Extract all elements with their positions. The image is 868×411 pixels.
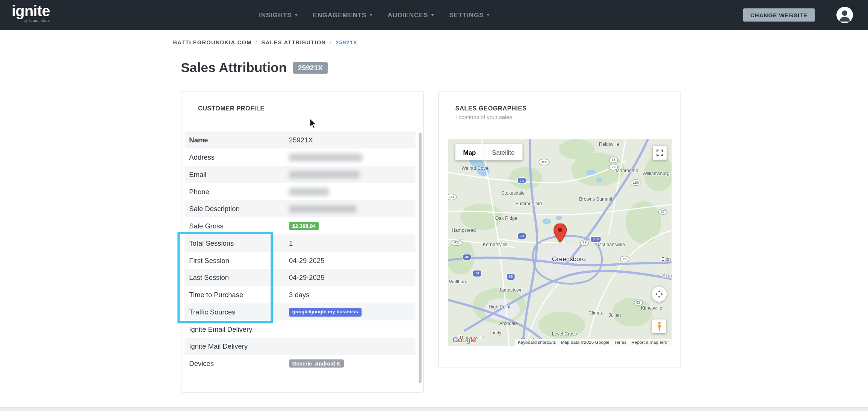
nav-item-engagements[interactable]: ENGAGEMENTS bbox=[313, 12, 373, 18]
highway-shield-29: 29 bbox=[609, 164, 618, 170]
fullscreen-button[interactable] bbox=[653, 146, 667, 160]
scrollbar[interactable] bbox=[419, 133, 421, 383]
window-bottom-edge bbox=[0, 407, 868, 411]
map-label-jamestown: Jamestown bbox=[499, 287, 522, 293]
app-window: ignite by launchlabs INSIGHTSENGAGEMENTS… bbox=[0, 0, 868, 411]
map-label-oak-ridge: Oak Ridge bbox=[495, 215, 517, 221]
sale-location-marker[interactable] bbox=[553, 224, 567, 245]
profile-label: Email bbox=[185, 171, 289, 178]
redacted-value bbox=[289, 188, 329, 196]
google-logo-letter: e bbox=[472, 335, 476, 344]
profile-value: 25921X bbox=[289, 136, 416, 144]
chevron-down-icon bbox=[487, 14, 490, 16]
map-label-kimesville: Kimesville bbox=[641, 305, 662, 311]
map-label-wallburg: Wallburg bbox=[449, 279, 467, 285]
map-label-greensboro: Greensboro bbox=[552, 256, 586, 263]
profile-value: 1 bbox=[289, 239, 416, 247]
map-label-alan: Alan bbox=[662, 273, 671, 278]
map-label-williamsburg: Williamsburg bbox=[643, 171, 670, 176]
map-label-archdale: Archdale bbox=[499, 320, 518, 326]
map-attribution-terms[interactable]: Terms bbox=[614, 340, 626, 345]
map-label-walnut-cove: Walnut Cove bbox=[461, 165, 488, 171]
profile-label: Last Session bbox=[185, 273, 289, 281]
google-logo-letter: g bbox=[466, 335, 470, 344]
profile-label: Ignite Mail Delivery bbox=[185, 342, 289, 350]
change-website-button[interactable]: CHANGE WEBSITE bbox=[743, 8, 815, 21]
customer-profile-table: Name25921XAddressEmailPhoneSale Descript… bbox=[185, 131, 416, 372]
profile-value bbox=[289, 171, 416, 178]
profile-value: 04-29-2025 bbox=[289, 273, 416, 281]
map-attribution-keyboard-shortcuts[interactable]: Keyboard shortcuts bbox=[518, 340, 556, 345]
highway-shield-158: 158 bbox=[539, 159, 550, 165]
highway-shield-29: 29 bbox=[580, 239, 589, 246]
map-attribution-map-data-2025-google: Map data ©2025 Google bbox=[561, 340, 609, 345]
profile-value: 04-29-2025 bbox=[289, 257, 416, 264]
breadcrumb-item-25921x[interactable]: 25921X bbox=[336, 39, 357, 45]
google-map[interactable]: ReidsvilleWalnut CoveMonroetonWilliamsbu… bbox=[448, 139, 672, 346]
highway-shield-40: 40 bbox=[463, 254, 471, 260]
value-badge: Generic_Android K bbox=[289, 359, 344, 368]
profile-label: Address bbox=[185, 153, 289, 161]
sales-geographies-heading: SALES GEOGRAPHIES bbox=[455, 105, 527, 112]
value-badge: google/google my business bbox=[289, 307, 361, 316]
main-nav: INSIGHTSENGAGEMENTSAUDIENCESSETTINGS bbox=[259, 0, 490, 30]
profile-value bbox=[289, 188, 416, 196]
user-avatar[interactable] bbox=[836, 7, 853, 23]
profile-row-email: Email bbox=[185, 166, 416, 183]
highway-shield-840: 840 bbox=[591, 237, 600, 242]
nav-item-audiences[interactable]: AUDIENCES bbox=[387, 12, 434, 18]
map-label-julian: Julian bbox=[608, 312, 621, 318]
page-title-row: Sales Attribution 25921X bbox=[181, 60, 328, 75]
ignite-logo[interactable]: ignite by launchlabs bbox=[12, 3, 50, 22]
nav-item-insights[interactable]: INSIGHTS bbox=[259, 12, 298, 18]
map-label-mcleansville: McLeansville bbox=[598, 242, 625, 248]
map-label-summerfield: Summerfield bbox=[516, 201, 542, 206]
map-type-controls: MapSatellite bbox=[455, 144, 522, 160]
breadcrumb-separator: / bbox=[330, 39, 332, 45]
redacted-value bbox=[289, 171, 359, 178]
profile-row-sale-description: Sale Description bbox=[185, 200, 416, 218]
map-label-trinity: Trinity bbox=[489, 330, 502, 335]
profile-row-ignite-email-delivery: Ignite Email Delivery bbox=[185, 320, 416, 338]
map-label-high-point: High Point bbox=[489, 304, 511, 310]
record-id-badge: 25921X bbox=[293, 62, 328, 74]
profile-label: Traffic Sources bbox=[185, 308, 289, 316]
mouse-cursor bbox=[310, 118, 318, 129]
highway-shield-68: 68 bbox=[609, 157, 618, 163]
map-type-map[interactable]: Map bbox=[455, 144, 484, 160]
nav-item-settings[interactable]: SETTINGS bbox=[449, 12, 490, 18]
map-label-climax: Climax bbox=[588, 310, 603, 316]
value-badge: $2,398.94 bbox=[289, 222, 319, 230]
google-logo-letter: G bbox=[452, 335, 458, 344]
map-label-level-cross: Level Cross bbox=[552, 331, 577, 337]
highway-shield-74: 74 bbox=[473, 271, 481, 277]
profile-value bbox=[289, 153, 416, 161]
breadcrumb-item-sales-attribution[interactable]: SALES ATTRIBUTION bbox=[262, 39, 326, 45]
map-type-satellite[interactable]: Satellite bbox=[484, 144, 522, 160]
map-label-reidsville: Reidsville bbox=[599, 142, 619, 147]
profile-value: Generic_Android K bbox=[289, 359, 416, 368]
sales-geographies-subheading: Locations of your sales bbox=[455, 114, 512, 120]
chevron-down-icon bbox=[369, 14, 373, 16]
profile-label: Name bbox=[185, 136, 289, 144]
profile-label: Sale Description bbox=[185, 205, 289, 213]
person-icon bbox=[836, 7, 853, 23]
profile-row-address: Address bbox=[185, 149, 416, 166]
highway-shield-62: 62 bbox=[634, 299, 643, 306]
highway-shield-150: 150 bbox=[631, 180, 641, 186]
highway-shield-311: 311 bbox=[448, 194, 457, 200]
map-attribution-report-a-map-error[interactable]: Report a map error bbox=[631, 340, 669, 345]
highway-shield-87: 87 bbox=[658, 209, 667, 215]
profile-row-sale-gross: Sale Gross$2,398.94 bbox=[185, 218, 416, 235]
highway-shield-421: 421 bbox=[452, 239, 463, 246]
highway-shield-85: 85 bbox=[507, 274, 515, 280]
pan-control[interactable] bbox=[652, 287, 667, 302]
profile-label: Sale Gross bbox=[185, 222, 289, 230]
profile-row-phone: Phone bbox=[185, 183, 416, 200]
profile-value bbox=[289, 205, 416, 213]
breadcrumb: BATTLEGROUNDKIA.COM/SALES ATTRIBUTION/25… bbox=[173, 39, 358, 45]
chevron-down-icon bbox=[431, 14, 434, 16]
breadcrumb-item-battlegroundkia-com[interactable]: BATTLEGROUNDKIA.COM bbox=[173, 39, 252, 45]
profile-row-first-session: First Session04-29-2025 bbox=[185, 252, 416, 269]
pegman-control[interactable] bbox=[652, 319, 666, 333]
